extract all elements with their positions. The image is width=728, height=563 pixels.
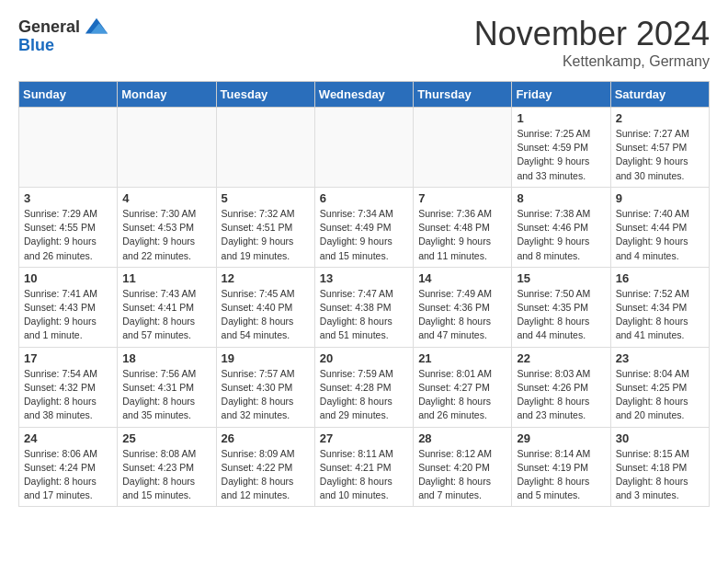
day-number: 8 [517,191,605,205]
calendar-cell: 3Sunrise: 7:29 AM Sunset: 4:55 PM Daylig… [19,187,118,267]
calendar-cell: 4Sunrise: 7:30 AM Sunset: 4:53 PM Daylig… [118,187,216,267]
day-info: Sunrise: 7:40 AM Sunset: 4:44 PM Dayligh… [616,207,704,263]
week-row-5: 24Sunrise: 8:06 AM Sunset: 4:24 PM Dayli… [19,427,710,507]
calendar-cell: 6Sunrise: 7:34 AM Sunset: 4:49 PM Daylig… [314,187,413,267]
day-number: 7 [418,191,506,205]
calendar-cell: 29Sunrise: 8:14 AM Sunset: 4:19 PM Dayli… [512,427,610,507]
calendar-cell: 2Sunrise: 7:27 AM Sunset: 4:57 PM Daylig… [610,108,709,188]
calendar-cell [414,108,512,188]
day-number: 10 [24,271,112,285]
calendar-cell: 12Sunrise: 7:45 AM Sunset: 4:40 PM Dayli… [216,267,314,347]
calendar-cell [118,108,216,188]
day-number: 26 [222,431,310,445]
day-number: 14 [418,271,506,285]
header-friday: Friday [512,82,610,108]
calendar-table: SundayMondayTuesdayWednesdayThursdayFrid… [18,81,710,507]
calendar-cell: 18Sunrise: 7:56 AM Sunset: 4:31 PM Dayli… [118,347,216,427]
calendar-cell: 5Sunrise: 7:32 AM Sunset: 4:51 PM Daylig… [216,187,314,267]
logo-icon [84,15,109,40]
week-row-1: 1Sunrise: 7:25 AM Sunset: 4:59 PM Daylig… [19,108,710,188]
day-number: 16 [616,271,704,285]
logo-general: General [18,18,80,37]
calendar-cell: 7Sunrise: 7:36 AM Sunset: 4:48 PM Daylig… [414,187,512,267]
calendar-cell: 25Sunrise: 8:08 AM Sunset: 4:23 PM Dayli… [118,427,216,507]
header-monday: Monday [118,82,216,108]
day-info: Sunrise: 7:34 AM Sunset: 4:49 PM Dayligh… [320,207,408,263]
day-number: 27 [320,431,408,445]
calendar-cell: 26Sunrise: 8:09 AM Sunset: 4:22 PM Dayli… [216,427,314,507]
day-info: Sunrise: 7:59 AM Sunset: 4:28 PM Dayligh… [320,367,408,423]
day-number: 12 [222,271,310,285]
day-number: 18 [122,351,210,365]
week-row-3: 10Sunrise: 7:41 AM Sunset: 4:43 PM Dayli… [19,267,710,347]
day-number: 9 [616,191,704,205]
day-info: Sunrise: 7:29 AM Sunset: 4:55 PM Dayligh… [24,207,112,263]
header-tuesday: Tuesday [216,82,314,108]
day-info: Sunrise: 8:12 AM Sunset: 4:20 PM Dayligh… [418,447,506,503]
day-info: Sunrise: 8:11 AM Sunset: 4:21 PM Dayligh… [320,447,408,503]
day-number: 25 [122,431,210,445]
calendar-cell [314,108,413,188]
calendar-cell [19,108,118,188]
day-info: Sunrise: 8:08 AM Sunset: 4:23 PM Dayligh… [122,447,210,503]
calendar-cell: 16Sunrise: 7:52 AM Sunset: 4:34 PM Dayli… [610,267,709,347]
calendar-cell: 14Sunrise: 7:49 AM Sunset: 4:36 PM Dayli… [414,267,512,347]
calendar-cell: 15Sunrise: 7:50 AM Sunset: 4:35 PM Dayli… [512,267,610,347]
day-info: Sunrise: 8:15 AM Sunset: 4:18 PM Dayligh… [616,447,704,503]
day-info: Sunrise: 7:57 AM Sunset: 4:30 PM Dayligh… [222,367,310,423]
calendar-header-row: SundayMondayTuesdayWednesdayThursdayFrid… [19,82,710,108]
day-info: Sunrise: 8:06 AM Sunset: 4:24 PM Dayligh… [24,447,112,503]
header-sunday: Sunday [19,82,118,108]
calendar-cell: 8Sunrise: 7:38 AM Sunset: 4:46 PM Daylig… [512,187,610,267]
day-info: Sunrise: 7:43 AM Sunset: 4:41 PM Dayligh… [122,287,210,343]
day-number: 3 [24,191,112,205]
day-info: Sunrise: 7:38 AM Sunset: 4:46 PM Dayligh… [517,207,605,263]
day-number: 23 [616,351,704,365]
calendar-cell: 17Sunrise: 7:54 AM Sunset: 4:32 PM Dayli… [19,347,118,427]
day-info: Sunrise: 7:50 AM Sunset: 4:35 PM Dayligh… [517,287,605,343]
calendar-cell: 24Sunrise: 8:06 AM Sunset: 4:24 PM Dayli… [19,427,118,507]
calendar-cell [216,108,314,188]
day-info: Sunrise: 7:56 AM Sunset: 4:31 PM Dayligh… [122,367,210,423]
calendar-cell: 20Sunrise: 7:59 AM Sunset: 4:28 PM Dayli… [314,347,413,427]
day-info: Sunrise: 7:54 AM Sunset: 4:32 PM Dayligh… [24,367,112,423]
day-number: 19 [222,351,310,365]
day-number: 17 [24,351,112,365]
day-number: 11 [122,271,210,285]
day-number: 4 [122,191,210,205]
day-number: 21 [418,351,506,365]
day-number: 13 [320,271,408,285]
calendar-cell: 23Sunrise: 8:04 AM Sunset: 4:25 PM Dayli… [610,347,709,427]
location: Kettenkamp, Germany [474,53,710,70]
calendar-cell: 22Sunrise: 8:03 AM Sunset: 4:26 PM Dayli… [512,347,610,427]
day-number: 22 [517,351,605,365]
calendar-cell: 1Sunrise: 7:25 AM Sunset: 4:59 PM Daylig… [512,108,610,188]
day-info: Sunrise: 7:25 AM Sunset: 4:59 PM Dayligh… [517,127,605,183]
day-info: Sunrise: 7:47 AM Sunset: 4:38 PM Dayligh… [320,287,408,343]
day-info: Sunrise: 7:41 AM Sunset: 4:43 PM Dayligh… [24,287,112,343]
day-number: 15 [517,271,605,285]
calendar-cell: 30Sunrise: 8:15 AM Sunset: 4:18 PM Dayli… [610,427,709,507]
day-number: 28 [418,431,506,445]
day-number: 30 [616,431,704,445]
day-info: Sunrise: 7:36 AM Sunset: 4:48 PM Dayligh… [418,207,506,263]
day-number: 6 [320,191,408,205]
day-number: 29 [517,431,605,445]
day-info: Sunrise: 8:01 AM Sunset: 4:27 PM Dayligh… [418,367,506,423]
day-number: 20 [320,351,408,365]
calendar-cell: 13Sunrise: 7:47 AM Sunset: 4:38 PM Dayli… [314,267,413,347]
title-block: November 2024 Kettenkamp, Germany [474,15,710,70]
calendar-cell: 19Sunrise: 7:57 AM Sunset: 4:30 PM Dayli… [216,347,314,427]
header-saturday: Saturday [610,82,709,108]
day-number: 2 [616,111,704,125]
calendar-cell: 11Sunrise: 7:43 AM Sunset: 4:41 PM Dayli… [118,267,216,347]
day-info: Sunrise: 8:03 AM Sunset: 4:26 PM Dayligh… [517,367,605,423]
day-info: Sunrise: 7:27 AM Sunset: 4:57 PM Dayligh… [616,127,704,183]
day-info: Sunrise: 8:09 AM Sunset: 4:22 PM Dayligh… [222,447,310,503]
day-info: Sunrise: 7:52 AM Sunset: 4:34 PM Dayligh… [616,287,704,343]
page-header: General Blue November 2024 Kettenkamp, G… [18,15,710,70]
week-row-4: 17Sunrise: 7:54 AM Sunset: 4:32 PM Dayli… [19,347,710,427]
day-info: Sunrise: 7:30 AM Sunset: 4:53 PM Dayligh… [122,207,210,263]
day-info: Sunrise: 7:32 AM Sunset: 4:51 PM Dayligh… [222,207,310,263]
day-info: Sunrise: 7:49 AM Sunset: 4:36 PM Dayligh… [418,287,506,343]
